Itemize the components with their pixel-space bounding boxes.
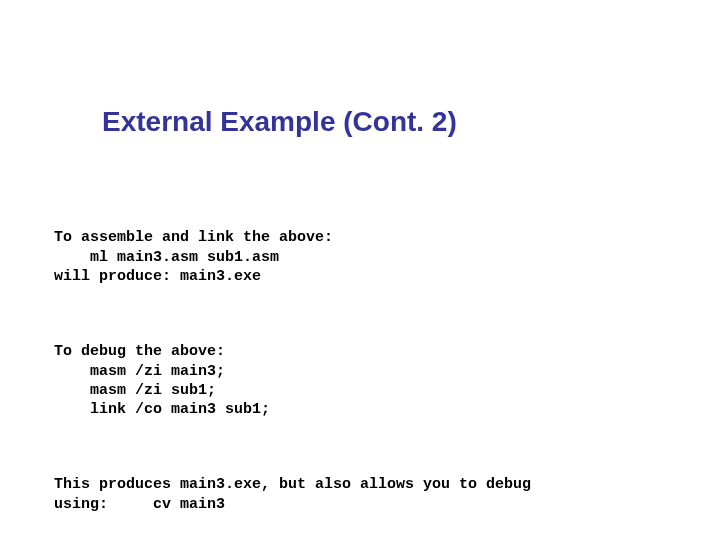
paragraph-produces: This produces main3.exe, but also allows… — [54, 475, 700, 513]
paragraph-assemble-link: To assemble and link the above: ml main3… — [54, 228, 700, 286]
slide: External Example (Cont. 2) To assemble a… — [0, 0, 720, 540]
paragraph-debug: To debug the above: masm /zi main3; masm… — [54, 342, 700, 419]
slide-title: External Example (Cont. 2) — [102, 106, 457, 138]
slide-body: To assemble and link the above: ml main3… — [54, 190, 700, 540]
